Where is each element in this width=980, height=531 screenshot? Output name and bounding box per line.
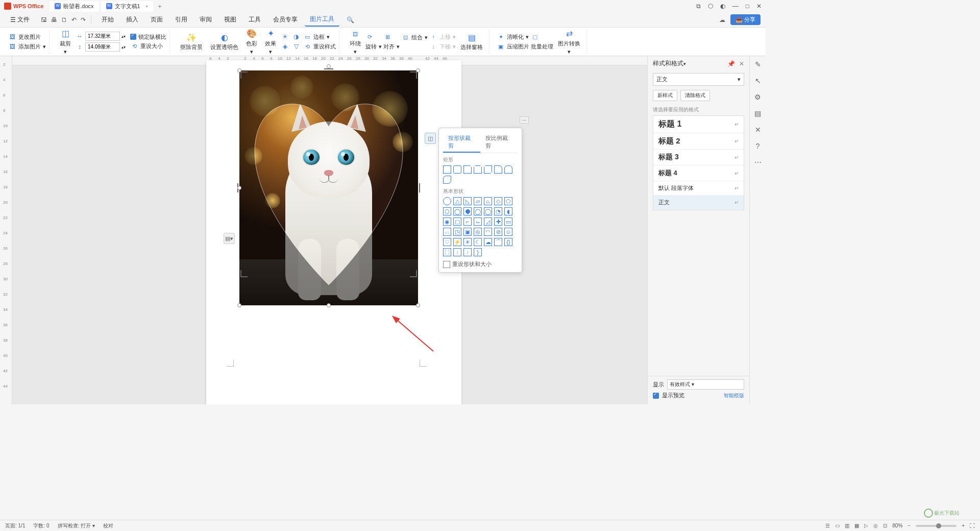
shape-trapezoid[interactable]: ⏢	[484, 197, 492, 205]
shape-cloud[interactable]: ☁	[484, 238, 492, 246]
menu-page[interactable]: 页面	[145, 13, 168, 26]
shape-round-rect[interactable]	[453, 165, 461, 174]
reset-size-button[interactable]: ⟲重设大小	[130, 42, 166, 51]
shape-moon[interactable]: ☾	[474, 238, 482, 246]
tab-doc-2[interactable]: 文字文稿1 •	[101, 1, 153, 12]
print-preview-icon[interactable]: 🗋	[61, 16, 67, 23]
side-tools-icon[interactable]: ✕	[753, 125, 763, 135]
shape-chord[interactable]: ◖	[504, 207, 512, 215]
height-input[interactable]	[85, 42, 120, 52]
side-layers-icon[interactable]: ▤	[753, 108, 763, 118]
style-item-3[interactable]: 标题 4↵	[653, 165, 744, 181]
style-item-1[interactable]: 标题 2↵	[653, 133, 744, 150]
shape-donut[interactable]: ◎	[474, 228, 482, 236]
layout-options-icon[interactable]: ▤▾	[224, 233, 235, 244]
shape-round-1[interactable]	[494, 165, 502, 174]
reset-crop-button[interactable]: 重设形状和大小	[443, 260, 518, 268]
tab-doc-1[interactable]: 盼望着.docx	[50, 1, 99, 12]
share-button[interactable]: 📤 分享	[730, 14, 761, 25]
shape-can[interactable]: ⌓	[443, 228, 451, 236]
shape-decagon[interactable]: ◯	[474, 207, 482, 215]
cube-icon[interactable]: ⬡	[708, 3, 713, 10]
avatar-icon[interactable]: ◐	[720, 3, 725, 10]
rotate-button[interactable]: 旋转▾	[365, 43, 382, 51]
shape-arc[interactable]: ⌒	[494, 238, 502, 246]
set-transparent-button[interactable]: ◐设置透明色	[207, 31, 241, 52]
restore-window-icon[interactable]: ⧉	[696, 3, 701, 10]
pin-icon[interactable]: 📌	[727, 60, 735, 67]
shape-right-tri[interactable]: ◺	[463, 197, 472, 205]
shape-snip-1[interactable]	[463, 165, 472, 174]
compress-button[interactable]: ▣压缩图片	[497, 42, 529, 51]
shape-hexagon[interactable]: ⬡	[443, 207, 451, 215]
shape-diamond[interactable]: ◇	[494, 197, 502, 205]
wrap-button[interactable]: ⧈环绕▾	[347, 28, 364, 56]
menu-start[interactable]: 开始	[96, 13, 119, 26]
shape-parallel[interactable]: ▱	[474, 197, 482, 205]
crop-mode-icon[interactable]: ◫	[425, 133, 436, 144]
minimize-icon[interactable]: —	[732, 3, 739, 10]
shape-bracket2[interactable]: 〔〕	[443, 248, 451, 256]
shape-smiley[interactable]: ☺	[504, 228, 512, 236]
panel-close-icon[interactable]: ✕	[739, 60, 744, 67]
shape-pie[interactable]: ◔	[494, 207, 502, 215]
menu-tool[interactable]: 工具	[243, 13, 266, 26]
remove-bg-button[interactable]: ✨抠除背景	[177, 31, 206, 52]
rotate-icon-button[interactable]: ⟳	[365, 33, 382, 41]
shape-no-symbol[interactable]: ⊘	[494, 228, 502, 236]
undo-icon[interactable]: ↶	[71, 16, 77, 23]
add-tab-button[interactable]: ＋	[155, 2, 164, 11]
shadow-icon[interactable]: ◈	[281, 42, 289, 51]
shape-snip-2[interactable]	[474, 165, 482, 174]
shape-round-2[interactable]	[504, 165, 512, 174]
shape-frame[interactable]: ▢	[453, 218, 461, 226]
shape-triangle[interactable]: △	[453, 197, 461, 205]
shape-cross[interactable]: ✚	[494, 218, 502, 226]
brightness-icon[interactable]: ☀	[281, 33, 289, 41]
shape-diag-stripe[interactable]: ◿	[484, 218, 492, 226]
clear-format-button[interactable]: 清除格式	[680, 90, 710, 101]
align-button[interactable]: 对齐▾	[383, 43, 400, 51]
menu-review[interactable]: 审阅	[194, 13, 217, 26]
lock-ratio-checkbox[interactable]: 锁定纵横比	[130, 33, 166, 41]
shape-brace3[interactable]: }	[474, 248, 482, 256]
shape-block-arc[interactable]: ◠	[484, 228, 492, 236]
shape-snip-diag[interactable]	[484, 165, 492, 174]
shape-brace2[interactable]: ﹜	[463, 248, 472, 256]
show-filter-select[interactable]: 有效样式 ▾	[667, 379, 744, 390]
style-item-2[interactable]: 标题 3↵	[653, 150, 744, 165]
convert-button[interactable]: ⇄图片转换▾	[555, 28, 583, 56]
shape-octagon[interactable]: ⯃	[463, 207, 472, 215]
sharpen-button[interactable]: ✦清晰化▾	[497, 33, 529, 41]
effect-button[interactable]: ✦效果▾	[262, 28, 279, 56]
menu-picture-tools[interactable]: 图片工具	[305, 13, 339, 27]
reset-style-button[interactable]: ⟲重设样式	[303, 42, 336, 51]
crop-button[interactable]: ◫裁剪▾	[57, 28, 74, 56]
collapse-panel-icon[interactable]: —	[520, 116, 529, 124]
print-icon[interactable]: 🖶	[51, 16, 57, 23]
shape-sun[interactable]: ☀	[463, 238, 472, 246]
menu-member[interactable]: 会员专享	[268, 13, 303, 26]
shape-bracket[interactable]: {}	[504, 238, 512, 246]
add-picture-button[interactable]: 🖼添加图片 ▾	[8, 42, 46, 51]
menu-insert[interactable]: 插入	[121, 13, 143, 26]
shape-lightning[interactable]: ⚡	[453, 238, 461, 246]
save-icon[interactable]: 🖫	[41, 16, 47, 23]
shape-round-diag[interactable]	[443, 176, 451, 184]
shape-dodecagon[interactable]: ◯	[484, 207, 492, 215]
shape-teardrop[interactable]: ◉	[443, 218, 451, 226]
new-style-button[interactable]: 新样式	[653, 90, 677, 101]
side-select-icon[interactable]: ↖	[753, 76, 763, 86]
group-button[interactable]: ⊡组合▾	[401, 33, 428, 41]
menu-file[interactable]: ☰文件	[5, 13, 35, 26]
contrast-icon[interactable]: ◑	[292, 33, 300, 41]
pic-tool-icon[interactable]: ▢	[531, 33, 553, 41]
style-item-4[interactable]: 默认 段落字体↵	[653, 181, 744, 196]
side-settings-icon[interactable]: ⚙	[753, 92, 763, 102]
inserted-image[interactable]	[239, 70, 418, 305]
redo-icon[interactable]: ↷	[81, 16, 86, 23]
shape-rect[interactable]	[443, 165, 451, 174]
smart-template-link[interactable]: 智能模版	[724, 392, 744, 399]
style-item-5[interactable]: 正文↵	[653, 196, 744, 210]
selection-pane-button[interactable]: ▤选择窗格	[457, 31, 486, 52]
